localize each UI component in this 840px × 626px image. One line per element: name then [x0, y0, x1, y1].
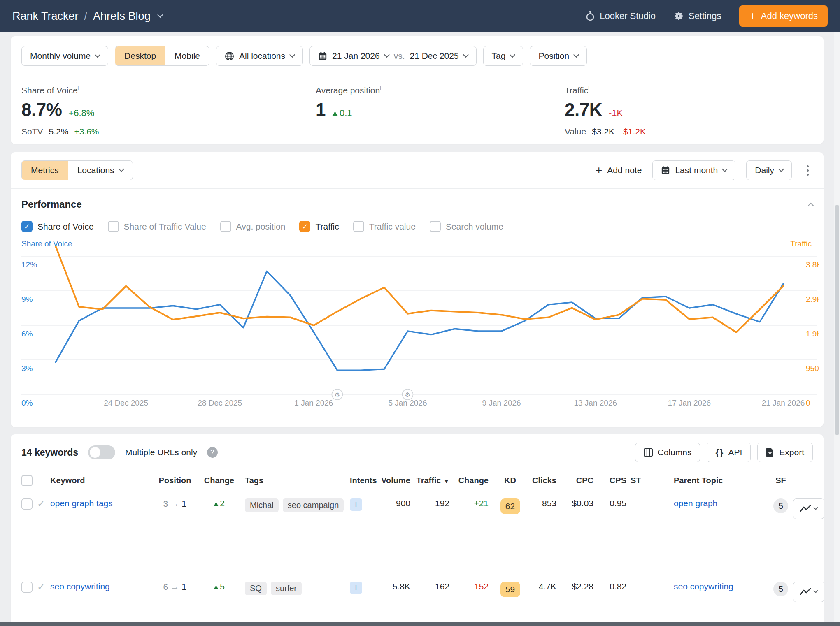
metric-traffic-value[interactable]: Traffic value — [353, 221, 416, 232]
granularity-button[interactable]: Daily — [746, 160, 792, 180]
keywords-count: 14 keywords — [21, 447, 78, 458]
tab-metrics[interactable]: Metrics — [22, 161, 68, 180]
breadcrumb-project[interactable]: Ahrefs Blog — [93, 10, 151, 23]
select-all-checkbox[interactable] — [21, 475, 33, 486]
up-arrow-icon — [214, 502, 219, 506]
chevron-down-icon[interactable] — [157, 12, 163, 18]
breadcrumb-root[interactable]: Rank Tracker — [12, 10, 79, 23]
columns-button[interactable]: Columns — [635, 443, 700, 462]
volume-filter-button[interactable]: Monthly volume — [21, 46, 108, 66]
cps-value: 0.95 — [598, 498, 631, 508]
row-checkbox[interactable] — [21, 582, 33, 593]
metric-share-of-traffic-value[interactable]: Share of Traffic Value — [108, 221, 206, 232]
device-option-mobile[interactable]: Mobile — [165, 46, 209, 65]
col-traffic-sort[interactable]: Traffic ▼ — [414, 476, 454, 485]
date-compare-button[interactable]: 21 Jan 2026 vs. 21 Dec 2025 — [309, 46, 477, 66]
info-icon[interactable]: i — [588, 85, 589, 91]
more-options-button[interactable] — [803, 162, 813, 179]
tag-filter-button[interactable]: Tag — [483, 46, 524, 66]
add-note-button[interactable]: + Add note — [596, 164, 642, 177]
sf-badge: 5 — [773, 582, 788, 596]
filters-stats-card: Monthly volume Desktop Mobile All locati… — [11, 36, 824, 144]
export-button[interactable]: Export — [757, 443, 813, 462]
looker-studio-link[interactable]: Looker Studio — [586, 11, 656, 21]
vertical-scrollbar[interactable] — [834, 32, 840, 626]
col-parent-topic[interactable]: Parent Topic — [674, 476, 768, 485]
calendar-icon — [661, 166, 670, 175]
locations-filter-button[interactable]: All locations — [216, 46, 303, 66]
add-keywords-button[interactable]: + Add keywords — [739, 5, 828, 27]
col-cps[interactable]: CPS — [598, 476, 631, 485]
tag-pill[interactable]: seo campaign — [283, 498, 344, 512]
tab-locations[interactable]: Locations — [68, 161, 133, 180]
chevron-down-icon — [384, 52, 390, 58]
table-toolbar: 14 keywords Multiple URLs only ? Columns… — [11, 434, 824, 471]
serp-chart-button[interactable] — [793, 498, 824, 519]
globe-icon — [225, 51, 234, 61]
parent-topic-link[interactable]: open graph — [674, 498, 768, 508]
intent-badge[interactable]: I — [350, 498, 362, 511]
intent-badge[interactable]: I — [350, 582, 362, 594]
serp-chart-button[interactable] — [793, 582, 824, 602]
traffic-delta: -1K — [609, 108, 623, 118]
metric-traffic[interactable]: ✓ Traffic — [299, 221, 339, 232]
col-tags[interactable]: Tags — [245, 476, 350, 485]
scrollbar-thumb[interactable] — [835, 205, 839, 435]
chevron-down-icon — [813, 589, 818, 593]
row-checkbox[interactable] — [21, 498, 33, 510]
stat-label: Average position — [316, 86, 380, 95]
up-arrow-icon — [332, 111, 338, 116]
line-chart[interactable]: 12%3.8K9%2.9K6%1.9K3%9500%024 Dec 202528… — [21, 239, 819, 414]
api-button[interactable]: { } API — [707, 443, 751, 462]
col-clicks[interactable]: Clicks — [528, 476, 561, 485]
info-icon[interactable]: i — [380, 85, 381, 91]
settings-link[interactable]: Settings — [674, 11, 721, 21]
top-bar: Rank Tracker / Ahrefs Blog Looker Studio… — [0, 0, 840, 32]
svg-text:3.8K: 3.8K — [806, 260, 819, 269]
date-range-button[interactable]: Last month — [652, 160, 735, 180]
cpc-value: $2.28 — [561, 582, 598, 591]
kd-badge: 59 — [500, 582, 520, 597]
col-position[interactable]: Position — [156, 476, 193, 485]
tag-pill[interactable]: SQ — [245, 582, 267, 595]
svg-text:6%: 6% — [21, 329, 33, 338]
col-change[interactable]: Change — [193, 476, 245, 485]
calendar-icon — [318, 51, 327, 60]
col-traffic-change[interactable]: Change — [454, 476, 493, 485]
svg-text:17 Jan 2026: 17 Jan 2026 — [668, 399, 711, 407]
tag-pill[interactable]: surfer — [271, 582, 302, 595]
position-filter-button[interactable]: Position — [530, 46, 587, 66]
multiple-urls-toggle[interactable] — [88, 445, 115, 459]
metric-avg-position[interactable]: Avg. position — [220, 221, 286, 232]
collapse-chevron-icon[interactable] — [808, 203, 814, 209]
col-volume[interactable]: Volume — [375, 476, 414, 485]
volume-value: 5.8K — [375, 582, 414, 591]
info-icon[interactable]: i — [78, 85, 79, 91]
parent-topic-link[interactable]: seo copywriting — [674, 582, 768, 591]
export-icon — [766, 448, 774, 457]
window-bottom-edge — [0, 622, 840, 626]
col-sf[interactable]: SF — [768, 476, 793, 485]
plus-icon: + — [596, 164, 602, 177]
col-st[interactable]: ST — [631, 476, 674, 485]
table-header-row: Keyword Position Change Tags Intents Vol… — [11, 471, 824, 491]
tag-pill[interactable]: Michal — [245, 498, 279, 512]
checkbox-checked-icon: ✓ — [299, 221, 310, 232]
col-cpc[interactable]: CPC — [561, 476, 598, 485]
col-keyword[interactable]: Keyword — [50, 476, 156, 485]
traffic-value: 162 — [414, 582, 454, 591]
col-intents[interactable]: Intents — [350, 476, 375, 485]
traffic-change-value: +21 — [454, 498, 493, 508]
keyword-link[interactable]: seo copywriting — [50, 582, 156, 591]
help-icon[interactable]: ? — [207, 447, 218, 458]
svg-text:21 Jan 2026: 21 Jan 2026 — [762, 399, 805, 407]
keyword-link[interactable]: open graph tags — [50, 498, 156, 508]
keywords-table-card: 14 keywords Multiple URLs only ? Columns… — [11, 434, 824, 626]
metric-search-volume[interactable]: Search volume — [430, 221, 503, 232]
metric-share-of-voice[interactable]: ✓ Share of Voice — [21, 221, 94, 232]
device-option-desktop[interactable]: Desktop — [115, 46, 165, 65]
avg-pos-value: 1 — [316, 100, 326, 120]
col-kd[interactable]: KD — [493, 476, 528, 485]
position-change: 2 — [193, 498, 245, 508]
chevron-down-icon — [778, 166, 784, 172]
